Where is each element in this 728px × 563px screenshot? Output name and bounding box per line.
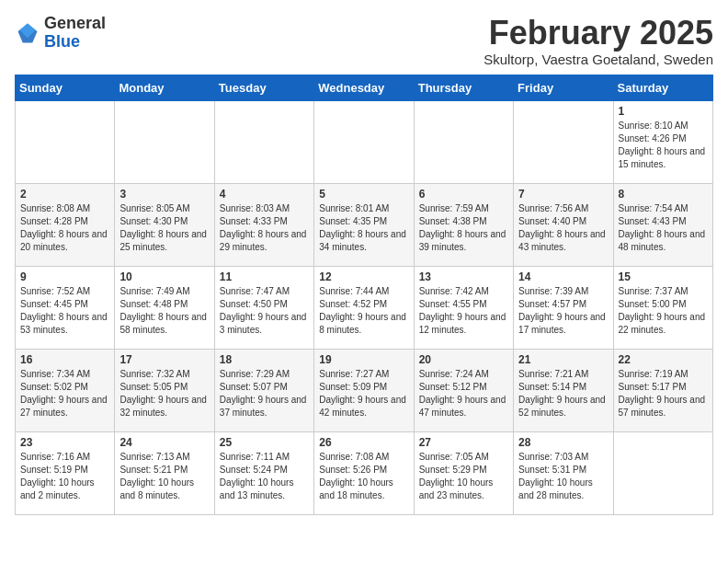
calendar-cell: 12Sunrise: 7:44 AM Sunset: 4:52 PM Dayli… — [314, 266, 414, 349]
day-number: 1 — [619, 105, 708, 118]
day-number: 24 — [119, 436, 209, 449]
calendar-cell — [414, 100, 513, 183]
calendar-cell: 6Sunrise: 7:59 AM Sunset: 4:38 PM Daylig… — [414, 183, 513, 266]
calendar-cell: 28Sunrise: 7:03 AM Sunset: 5:31 PM Dayli… — [514, 431, 613, 514]
calendar-cell: 9Sunrise: 7:52 AM Sunset: 4:45 PM Daylig… — [16, 266, 115, 349]
day-number: 11 — [220, 270, 309, 283]
day-number: 23 — [20, 436, 109, 449]
calendar-subtitle: Skultorp, Vaestra Goetaland, Sweden — [483, 52, 713, 67]
calendar-cell: 10Sunrise: 7:49 AM Sunset: 4:48 PM Dayli… — [115, 266, 214, 349]
calendar-week-row: 2Sunrise: 8:08 AM Sunset: 4:28 PM Daylig… — [16, 183, 713, 266]
day-info: Sunrise: 7:56 AM Sunset: 4:40 PM Dayligh… — [518, 202, 608, 254]
calendar-week-row: 16Sunrise: 7:34 AM Sunset: 5:02 PM Dayli… — [16, 349, 713, 431]
calendar-cell — [16, 100, 115, 183]
calendar-title: February 2025 — [483, 15, 713, 52]
day-info: Sunrise: 7:42 AM Sunset: 4:55 PM Dayligh… — [419, 285, 508, 337]
calendar-cell — [613, 431, 712, 514]
calendar-body: 1Sunrise: 8:10 AM Sunset: 4:26 PM Daylig… — [16, 100, 713, 514]
day-number: 8 — [619, 188, 708, 201]
day-info: Sunrise: 7:08 AM Sunset: 5:26 PM Dayligh… — [319, 451, 408, 502]
calendar-cell: 4Sunrise: 8:03 AM Sunset: 4:33 PM Daylig… — [214, 183, 313, 266]
day-info: Sunrise: 7:24 AM Sunset: 5:12 PM Dayligh… — [419, 368, 508, 419]
weekday-header-cell: Tuesday — [214, 75, 313, 100]
calendar-table: SundayMondayTuesdayWednesdayThursdayFrid… — [15, 75, 713, 515]
weekday-header-cell: Wednesday — [314, 75, 414, 100]
calendar-cell: 19Sunrise: 7:27 AM Sunset: 5:09 PM Dayli… — [314, 349, 414, 431]
calendar-cell — [115, 100, 214, 183]
weekday-header-cell: Monday — [115, 75, 214, 100]
day-info: Sunrise: 7:11 AM Sunset: 5:24 PM Dayligh… — [220, 451, 309, 502]
day-number: 28 — [518, 436, 608, 449]
day-number: 17 — [119, 353, 209, 366]
day-info: Sunrise: 7:19 AM Sunset: 5:17 PM Dayligh… — [619, 368, 708, 419]
weekday-header-cell: Sunday — [16, 75, 115, 100]
day-number: 4 — [220, 188, 309, 201]
day-number: 27 — [419, 436, 508, 449]
calendar-week-row: 9Sunrise: 7:52 AM Sunset: 4:45 PM Daylig… — [16, 266, 713, 349]
day-number: 12 — [319, 270, 408, 283]
day-info: Sunrise: 7:21 AM Sunset: 5:14 PM Dayligh… — [518, 368, 608, 419]
calendar-week-row: 23Sunrise: 7:16 AM Sunset: 5:19 PM Dayli… — [16, 431, 713, 514]
calendar-cell: 25Sunrise: 7:11 AM Sunset: 5:24 PM Dayli… — [214, 431, 313, 514]
day-number: 3 — [119, 188, 209, 201]
calendar-cell: 16Sunrise: 7:34 AM Sunset: 5:02 PM Dayli… — [16, 349, 115, 431]
calendar-cell: 7Sunrise: 7:56 AM Sunset: 4:40 PM Daylig… — [514, 183, 613, 266]
calendar-cell: 18Sunrise: 7:29 AM Sunset: 5:07 PM Dayli… — [214, 349, 313, 431]
logo-blue: Blue — [44, 32, 80, 51]
day-number: 18 — [220, 353, 309, 366]
day-number: 13 — [419, 270, 508, 283]
calendar-cell: 5Sunrise: 8:01 AM Sunset: 4:35 PM Daylig… — [314, 183, 414, 266]
weekday-header-cell: Thursday — [414, 75, 513, 100]
day-number: 22 — [619, 353, 708, 366]
calendar-cell — [214, 100, 313, 183]
day-number: 19 — [319, 353, 408, 366]
weekday-header-row: SundayMondayTuesdayWednesdayThursdayFrid… — [16, 75, 713, 100]
calendar-cell: 8Sunrise: 7:54 AM Sunset: 4:43 PM Daylig… — [613, 183, 712, 266]
day-number: 25 — [220, 436, 309, 449]
calendar-cell: 11Sunrise: 7:47 AM Sunset: 4:50 PM Dayli… — [214, 266, 313, 349]
calendar-cell: 20Sunrise: 7:24 AM Sunset: 5:12 PM Dayli… — [414, 349, 513, 431]
logo-text: General Blue — [44, 15, 106, 52]
weekday-header-cell: Friday — [514, 75, 613, 100]
day-number: 9 — [20, 270, 109, 283]
day-number: 10 — [119, 270, 209, 283]
day-info: Sunrise: 8:03 AM Sunset: 4:33 PM Dayligh… — [220, 202, 309, 254]
day-number: 15 — [619, 270, 708, 283]
day-number: 16 — [20, 353, 109, 366]
day-info: Sunrise: 7:32 AM Sunset: 5:05 PM Dayligh… — [119, 368, 209, 419]
day-number: 20 — [419, 353, 508, 366]
title-area: February 2025 Skultorp, Vaestra Goetalan… — [483, 15, 713, 67]
day-info: Sunrise: 7:49 AM Sunset: 4:48 PM Dayligh… — [119, 285, 209, 337]
day-info: Sunrise: 7:37 AM Sunset: 5:00 PM Dayligh… — [619, 285, 708, 337]
day-info: Sunrise: 7:29 AM Sunset: 5:07 PM Dayligh… — [220, 368, 309, 419]
day-number: 26 — [319, 436, 408, 449]
day-info: Sunrise: 7:16 AM Sunset: 5:19 PM Dayligh… — [20, 451, 109, 502]
calendar-cell — [314, 100, 414, 183]
day-number: 7 — [518, 188, 608, 201]
calendar-cell: 13Sunrise: 7:42 AM Sunset: 4:55 PM Dayli… — [414, 266, 513, 349]
header: General Blue February 2025 Skultorp, Vae… — [15, 15, 713, 67]
day-info: Sunrise: 7:59 AM Sunset: 4:38 PM Dayligh… — [419, 202, 508, 254]
day-info: Sunrise: 7:54 AM Sunset: 4:43 PM Dayligh… — [619, 202, 708, 254]
calendar-cell: 15Sunrise: 7:37 AM Sunset: 5:00 PM Dayli… — [613, 266, 712, 349]
day-number: 2 — [20, 188, 109, 201]
logo-icon — [15, 20, 40, 46]
calendar-cell: 2Sunrise: 8:08 AM Sunset: 4:28 PM Daylig… — [16, 183, 115, 266]
day-number: 6 — [419, 188, 508, 201]
calendar-cell: 23Sunrise: 7:16 AM Sunset: 5:19 PM Dayli… — [16, 431, 115, 514]
calendar-cell: 3Sunrise: 8:05 AM Sunset: 4:30 PM Daylig… — [115, 183, 214, 266]
weekday-header-cell: Saturday — [613, 75, 712, 100]
logo-general: General — [44, 14, 106, 32]
day-info: Sunrise: 7:03 AM Sunset: 5:31 PM Dayligh… — [518, 451, 608, 502]
calendar-cell — [514, 100, 613, 183]
calendar-cell: 27Sunrise: 7:05 AM Sunset: 5:29 PM Dayli… — [414, 431, 513, 514]
day-info: Sunrise: 7:13 AM Sunset: 5:21 PM Dayligh… — [119, 451, 209, 502]
calendar-cell: 22Sunrise: 7:19 AM Sunset: 5:17 PM Dayli… — [613, 349, 712, 431]
calendar-cell: 26Sunrise: 7:08 AM Sunset: 5:26 PM Dayli… — [314, 431, 414, 514]
day-number: 5 — [319, 188, 408, 201]
day-info: Sunrise: 8:10 AM Sunset: 4:26 PM Dayligh… — [619, 120, 708, 171]
day-info: Sunrise: 7:27 AM Sunset: 5:09 PM Dayligh… — [319, 368, 408, 419]
calendar-cell: 24Sunrise: 7:13 AM Sunset: 5:21 PM Dayli… — [115, 431, 214, 514]
calendar-cell: 1Sunrise: 8:10 AM Sunset: 4:26 PM Daylig… — [613, 100, 712, 183]
day-info: Sunrise: 8:01 AM Sunset: 4:35 PM Dayligh… — [319, 202, 408, 254]
